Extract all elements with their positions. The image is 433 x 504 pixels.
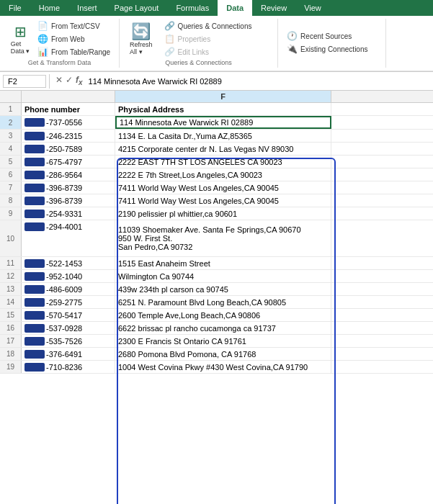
address-cell[interactable]: Wilmington Ca 90744 xyxy=(115,270,331,282)
rows-container: 1 Phone number Physical Address 2 -737-0… xyxy=(0,103,433,374)
tab-formulas[interactable]: Formulas xyxy=(167,0,218,16)
phone-redacted xyxy=(24,311,45,320)
phone-redacted xyxy=(24,350,45,359)
confirm-formula-icon[interactable]: ✓ xyxy=(66,75,73,86)
row-number: 13 xyxy=(0,283,22,295)
row-number: 5 xyxy=(0,156,22,168)
phone-cell[interactable]: -376-6491 xyxy=(22,348,115,360)
address-cell[interactable]: 2222 EAST 7TH ST LOS ANGELES CA 90023 xyxy=(115,156,331,168)
phone-redacted xyxy=(24,337,45,346)
tab-view[interactable]: View xyxy=(295,0,330,16)
table-row: 5 -675-4797 2222 EAST 7TH ST LOS ANGELES… xyxy=(0,156,433,168)
phone-cell[interactable]: -570-5417 xyxy=(22,309,115,321)
address-cell[interactable]: 4215 Corporate center dr N. Las Vegas NV… xyxy=(115,143,331,155)
address-cell[interactable]: 2600 Temple Ave,Long Beach,CA 90806 xyxy=(115,309,331,321)
from-web-button[interactable]: 🌐 From Web xyxy=(35,33,113,45)
phone-cell[interactable]: -294-4001 xyxy=(22,220,115,256)
tab-home[interactable]: Home xyxy=(30,0,68,16)
existing-connections-button[interactable]: 🔌 Existing Connections xyxy=(284,43,370,55)
table-row: 15 -570-5417 2600 Temple Ave,Long Beach,… xyxy=(0,309,433,322)
formula-icons: ✕ ✓ fx xyxy=(55,75,83,86)
refresh-icon: 🔄 xyxy=(131,22,151,41)
row-number: 14 xyxy=(0,296,22,308)
ribbon-tabs: File Home Insert Page Layout Formulas Da… xyxy=(0,0,433,16)
tab-data[interactable]: Data xyxy=(218,0,252,16)
recent-sources-button[interactable]: 🕐 Recent Sources xyxy=(284,30,370,42)
address-cell[interactable]: 6622 brissac pl rancho cucamonga ca 9173… xyxy=(115,322,331,334)
phone-cell[interactable]: -535-7526 xyxy=(22,335,115,347)
phone-cell[interactable]: -486-6009 xyxy=(22,283,115,295)
phone-cell[interactable]: -522-1453 xyxy=(22,257,115,269)
table-row: 2 -737-0556 114 Minnesota Ave Warwick RI… xyxy=(0,116,433,130)
get-data-icon: ⊞ xyxy=(14,23,27,40)
phone-cell[interactable]: -250-7589 xyxy=(22,143,115,155)
address-line3: San Pedro,CA 90732 xyxy=(118,243,192,251)
phone-redacted xyxy=(24,197,45,205)
address-line2: 950 W. First St. xyxy=(118,234,172,243)
tab-insert[interactable]: Insert xyxy=(68,0,106,16)
spreadsheet-wrapper: F 1 Phone number Physical Address 2 -737… xyxy=(0,91,433,374)
existing-connections-label: Existing Connections xyxy=(300,45,367,53)
address-cell[interactable]: 2300 E Francis St Ontario CA 91761 xyxy=(115,335,331,347)
get-transform-group: ⊞ GetData ▾ 📄 From Text/CSV 🌐 From Web 📊… xyxy=(0,19,120,68)
cancel-formula-icon[interactable]: ✕ xyxy=(55,75,63,86)
queries-connections-button[interactable]: 🔗 Queries & Connections xyxy=(161,20,255,32)
table-row: 10 -294-4001 11039 Shoemaker Ave. Santa … xyxy=(0,220,433,257)
phone-number-header: Phone number xyxy=(22,103,115,115)
address-cell[interactable]: 1134 E. La Casita Dr.,Yuma AZ,85365 xyxy=(115,130,331,142)
address-cell[interactable]: 114 Minnesota Ave Warwick RI 02889 xyxy=(115,116,331,129)
column-headers: F xyxy=(0,91,433,103)
row-number: 3 xyxy=(0,130,22,142)
address-cell[interactable]: 1004 West Covina Pkwy #430 West Covina,C… xyxy=(115,361,331,373)
address-cell[interactable]: 6251 N. Paramount Blvd Long Beach,CA 908… xyxy=(115,296,331,308)
phone-cell[interactable]: -254-9331 xyxy=(22,207,115,220)
tab-page-layout[interactable]: Page Layout xyxy=(106,0,168,16)
table-row: 14 -259-2775 6251 N. Paramount Blvd Long… xyxy=(0,296,433,309)
address-cell[interactable]: 439w 234th pl carson ca 90745 xyxy=(115,283,331,295)
phone-cell[interactable]: -246-2315 xyxy=(22,130,115,142)
tab-file[interactable]: File xyxy=(0,0,30,16)
edit-links-label: Edit Links xyxy=(178,48,209,56)
refresh-all-button[interactable]: 🔄 RefreshAll ▾ xyxy=(125,21,157,57)
phone-cell[interactable]: -710-8236 xyxy=(22,361,115,373)
row-number: 16 xyxy=(0,322,22,334)
sources-group: 🕐 Recent Sources 🔌 Existing Connections xyxy=(278,19,386,68)
properties-icon: 📋 xyxy=(164,34,175,44)
phone-cell[interactable]: -396-8739 xyxy=(22,181,115,194)
physical-address-header: Physical Address xyxy=(115,103,331,115)
phone-redacted xyxy=(24,272,45,281)
from-text-csv-button[interactable]: 📄 From Text/CSV xyxy=(35,20,113,32)
tab-review[interactable]: Review xyxy=(252,0,295,16)
edit-links-button[interactable]: 🔗 Edit Links xyxy=(161,46,255,58)
phone-cell[interactable]: -396-8739 xyxy=(22,194,115,207)
address-cell[interactable]: 11039 Shoemaker Ave. Santa Fe Springs,CA… xyxy=(115,220,331,256)
phone-redacted xyxy=(24,118,45,127)
address-cell[interactable]: 2222 E 7th Street,Los Angeles,CA 90023 xyxy=(115,168,331,181)
phone-cell[interactable]: -286-9564 xyxy=(22,168,115,181)
queries-group: 🔄 RefreshAll ▾ 🔗 Queries & Connections 📋… xyxy=(120,19,278,68)
from-table-icon: 📊 xyxy=(37,47,48,57)
phone-cell[interactable]: -537-0928 xyxy=(22,322,115,334)
phone-cell[interactable]: -259-2775 xyxy=(22,296,115,308)
phone-cell[interactable]: -675-4797 xyxy=(22,156,115,168)
phone-redacted xyxy=(24,324,45,333)
formula-separator xyxy=(49,74,50,89)
cell-reference-box[interactable]: F2 xyxy=(3,75,46,88)
insert-function-icon[interactable]: fx xyxy=(76,75,83,86)
get-data-button[interactable]: ⊞ GetData ▾ xyxy=(6,22,35,56)
row-number: 1 xyxy=(0,103,22,115)
phone-cell[interactable]: -737-0556 xyxy=(22,116,115,129)
phone-cell[interactable]: -952-1040 xyxy=(22,270,115,282)
address-cell[interactable]: 1515 East Anaheim Street xyxy=(115,257,331,269)
phone-redacted xyxy=(24,132,45,140)
address-cell[interactable]: 7411 World Way West Los Angeles,CA 90045 xyxy=(115,181,331,194)
table-row: 9 -254-9331 2190 pelissier pl whittier,c… xyxy=(0,207,433,220)
formula-input[interactable] xyxy=(86,76,430,87)
queries-connections-label: Queries & Connections xyxy=(178,22,252,30)
address-cell[interactable]: 7411 World Way West Los Angeles,CA 90045 xyxy=(115,194,331,207)
address-cell[interactable]: 2680 Pomona Blvd Pomona, CA 91768 xyxy=(115,348,331,360)
properties-button[interactable]: 📋 Properties xyxy=(161,33,255,45)
row-number: 11 xyxy=(0,257,22,269)
address-cell[interactable]: 2190 pelissier pl whittier,ca 90601 xyxy=(115,207,331,220)
from-table-button[interactable]: 📊 From Table/Range xyxy=(35,46,113,58)
